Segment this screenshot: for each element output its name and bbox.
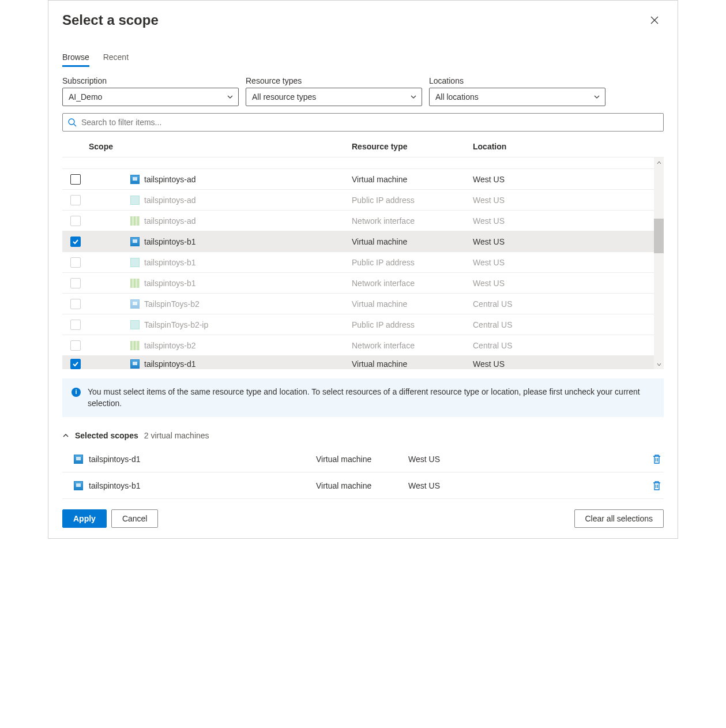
resource-icon	[130, 341, 140, 350]
resource-icon	[130, 359, 140, 369]
resource-type: Public IP address	[352, 196, 473, 205]
chevron-down-icon	[593, 93, 600, 100]
scrollbar[interactable]	[654, 157, 664, 369]
tab-browse[interactable]: Browse	[62, 52, 89, 67]
row-checkbox[interactable]	[70, 340, 81, 351]
resource-row[interactable]: tailspintoys-b1Public IP addressWest US	[62, 252, 664, 273]
resource-row[interactable]: tailspintoys-adPublic IP addressWest US	[62, 190, 664, 211]
info-icon: i	[72, 388, 81, 397]
locations-label: Locations	[429, 76, 605, 85]
resourcetypes-value: All resource types	[252, 92, 316, 102]
svg-point-0	[69, 119, 74, 125]
resource-row[interactable]: TailspinToysApp Service planWest US	[62, 157, 664, 169]
search-box[interactable]	[62, 113, 664, 132]
info-text: You must select items of the same resour…	[88, 386, 654, 409]
resource-name: tailspintoys-ad	[144, 175, 196, 184]
resource-name: tailspintoys-ad	[144, 216, 196, 226]
row-checkbox[interactable]	[70, 195, 81, 205]
scroll-down-arrow[interactable]	[654, 359, 664, 369]
tab-recent[interactable]: Recent	[103, 52, 129, 67]
resource-type: Virtual machine	[352, 299, 473, 309]
selected-item-row: tailspintoys-b1Virtual machineWest US	[62, 472, 664, 499]
info-banner: i You must select items of the same reso…	[62, 378, 664, 417]
resource-location: West US	[473, 196, 654, 205]
resource-row[interactable]: tailspintoys-adNetwork interfaceWest US	[62, 211, 664, 231]
row-checkbox[interactable]	[70, 299, 81, 309]
resource-location: West US	[473, 175, 654, 184]
resource-type: Public IP address	[352, 320, 473, 329]
resource-icon	[130, 299, 140, 309]
remove-selected-button[interactable]	[641, 481, 664, 491]
row-checkbox[interactable]	[70, 320, 81, 330]
column-type: Resource type	[352, 142, 473, 151]
close-button[interactable]	[645, 11, 664, 29]
chevron-down-icon	[410, 93, 417, 100]
column-scope: Scope	[89, 142, 352, 151]
tab-bar: Browse Recent	[48, 33, 678, 67]
row-checkbox[interactable]	[70, 216, 81, 226]
selected-item-row: tailspintoys-d1Virtual machineWest US	[62, 446, 664, 472]
locations-value: All locations	[435, 92, 479, 102]
selected-item-type: Virtual machine	[316, 481, 408, 490]
resource-row[interactable]: tailspintoys-b2Network interfaceCentral …	[62, 335, 664, 356]
resource-name: tailspintoys-ad	[144, 196, 196, 205]
resourcetypes-dropdown[interactable]: All resource types	[246, 88, 422, 106]
resource-row[interactable]: TailspinToys-b2-ipPublic IP addressCentr…	[62, 314, 664, 335]
row-checkbox[interactable]	[70, 278, 81, 288]
search-input[interactable]	[80, 117, 659, 127]
resource-name: tailspintoys-b1	[144, 237, 196, 246]
row-checkbox[interactable]	[70, 359, 81, 369]
cancel-button[interactable]: Cancel	[111, 509, 159, 528]
resource-name: tailspintoys-b1	[144, 258, 196, 267]
selected-scopes-toggle[interactable]: Selected scopes 2 virtual machines	[48, 423, 678, 444]
resource-type: Public IP address	[352, 258, 473, 267]
resource-location: West US	[473, 237, 654, 246]
chevron-down-icon	[227, 93, 234, 100]
resource-location: West US	[473, 279, 654, 288]
clear-selections-button[interactable]: Clear all selections	[574, 509, 664, 528]
scroll-up-arrow[interactable]	[654, 157, 664, 167]
resource-row[interactable]: TailspinToys-b2Virtual machineCentral US	[62, 294, 664, 314]
resource-icon	[130, 320, 140, 329]
resource-row[interactable]: tailspintoys-adVirtual machineWest US	[62, 169, 664, 190]
resource-icon	[130, 196, 140, 205]
selected-item-location: West US	[408, 481, 641, 490]
resourcetypes-label: Resource types	[246, 76, 422, 85]
resource-name: tailspintoys-b1	[144, 279, 196, 288]
select-scope-panel: Select a scope Browse Recent Subscriptio…	[48, 0, 678, 539]
resource-type: Network interface	[352, 279, 473, 288]
resource-row[interactable]: tailspintoys-d1Virtual machineWest US	[62, 356, 664, 369]
subscription-value: AI_Demo	[69, 92, 102, 102]
resource-row[interactable]: tailspintoys-b1Virtual machineWest US	[62, 231, 664, 252]
resource-row[interactable]: tailspintoys-b1Network interfaceWest US	[62, 273, 664, 294]
vm-icon	[74, 481, 83, 490]
row-checkbox[interactable]	[70, 174, 81, 185]
scroll-thumb[interactable]	[654, 219, 664, 253]
resource-icon	[130, 216, 140, 226]
selected-scopes-count: 2 virtual machines	[144, 431, 209, 440]
search-icon	[67, 118, 77, 127]
resource-location: Central US	[473, 341, 654, 350]
subscription-label: Subscription	[62, 76, 239, 85]
resource-name: TailspinToys-b2-ip	[144, 320, 208, 329]
resource-location: Central US	[473, 299, 654, 309]
resource-icon	[130, 237, 140, 246]
resource-list: TailspinToysApp Service planWest UStails…	[62, 157, 664, 369]
resource-type: Network interface	[352, 216, 473, 226]
subscription-dropdown[interactable]: AI_Demo	[62, 88, 239, 106]
remove-selected-button[interactable]	[641, 454, 664, 464]
selected-item-type: Virtual machine	[316, 455, 408, 464]
row-checkbox[interactable]	[70, 237, 81, 247]
chevron-up-icon	[62, 432, 69, 439]
resource-icon	[130, 258, 140, 267]
list-header: Scope Resource type Location	[62, 136, 664, 157]
selected-scopes-list: tailspintoys-d1Virtual machineWest UStai…	[48, 444, 678, 499]
resource-location: West US	[473, 258, 654, 267]
resource-type: Virtual machine	[352, 359, 473, 369]
row-checkbox[interactable]	[70, 257, 81, 268]
apply-button[interactable]: Apply	[62, 509, 107, 528]
resource-location: West US	[473, 216, 654, 226]
trash-icon	[652, 481, 661, 491]
resource-location: West US	[473, 359, 654, 369]
locations-dropdown[interactable]: All locations	[429, 88, 605, 106]
